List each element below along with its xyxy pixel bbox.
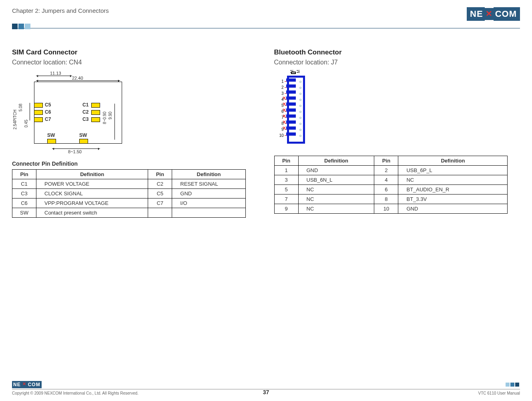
cell: GND bbox=[172, 188, 245, 198]
sim-location: Connector location: CN4 bbox=[12, 59, 258, 66]
footer: NE COM Copyright © 2009 NEXCOM Internati… bbox=[0, 381, 532, 401]
cell: SW bbox=[12, 208, 36, 217]
bt-finger bbox=[286, 84, 296, 88]
table-row: C6 VPP:PROGRAM VOLTAGE C7 I/O bbox=[12, 198, 246, 208]
footer-logo: NE COM bbox=[12, 381, 42, 388]
bt-pin-table: Pin Definition Pin Definition 1 GND 2 US… bbox=[274, 156, 508, 214]
brand-text-left: NE bbox=[12, 381, 22, 388]
cell: BT_3.3V bbox=[398, 194, 508, 204]
cell: USB_6P_L bbox=[398, 165, 508, 175]
bt-title: Bluetooth Connector bbox=[274, 48, 520, 56]
pad-sw-right-label: SW bbox=[79, 132, 87, 138]
cell: C1 bbox=[12, 179, 36, 188]
bt-mark: M bbox=[296, 70, 300, 73]
brand-x-icon bbox=[485, 8, 494, 20]
bt-finger bbox=[286, 108, 296, 112]
pad-c6-label: C6 bbox=[45, 109, 51, 115]
content-columns: SIM Card Connector Connector location: C… bbox=[12, 48, 520, 218]
sim-section: SIM Card Connector Connector location: C… bbox=[12, 48, 258, 218]
table-row: SW Contact present switch bbox=[12, 208, 246, 217]
bt-pin-number: 10 bbox=[278, 133, 285, 138]
cell: C7 bbox=[148, 198, 172, 208]
brand-text-left: NE bbox=[467, 7, 485, 21]
bt-pin-number: 9 bbox=[278, 127, 285, 132]
pad-c2 bbox=[91, 110, 100, 115]
brand-text-right: COM bbox=[494, 7, 520, 21]
bt-finger bbox=[286, 126, 296, 130]
table-row: 9 NC 10 GND bbox=[274, 204, 508, 213]
dim-pitch: 2.54PITCH bbox=[13, 110, 17, 129]
pad-c5-label: C5 bbox=[45, 102, 51, 108]
chapter-title: Chapter 2: Jumpers and Connectors bbox=[12, 7, 109, 14]
page-number: 37 bbox=[263, 389, 269, 395]
table-row: 5 NC 6 BT_AUDIO_EN_R bbox=[274, 184, 508, 194]
cell: POWER VOLTAGE bbox=[36, 179, 148, 188]
bt-location: Connector location: J7 bbox=[274, 59, 520, 66]
cell: Contact present switch bbox=[36, 208, 148, 217]
cell: BT_AUDIO_EN_R bbox=[398, 184, 508, 194]
header-rule-area bbox=[12, 23, 520, 28]
th-def: Definition bbox=[298, 156, 374, 165]
bt-pin-hole-icon bbox=[299, 123, 301, 125]
th-pin: Pin bbox=[374, 156, 398, 165]
cell: NC bbox=[298, 184, 374, 194]
bt-pin-hole-icon bbox=[299, 135, 301, 137]
pad-c6 bbox=[34, 110, 43, 115]
th-def: Definition bbox=[398, 156, 508, 165]
bt-pin-hole-icon bbox=[299, 99, 301, 101]
bt-finger bbox=[286, 114, 296, 118]
pad-c7 bbox=[34, 117, 43, 122]
table-row: 7 NC 8 BT_3.3V bbox=[274, 194, 508, 204]
bt-pin-hole-icon bbox=[299, 111, 301, 113]
cell: C5 bbox=[148, 188, 172, 198]
dim-top-outer: 22.40 bbox=[72, 76, 83, 80]
bt-finger bbox=[286, 96, 296, 100]
cell: GND bbox=[398, 204, 508, 213]
bt-pin-hole-icon bbox=[299, 87, 301, 89]
bt-pin-hole-icon bbox=[299, 117, 301, 119]
bt-pin-hole-icon bbox=[299, 81, 301, 83]
dim-line bbox=[30, 103, 30, 120]
footer-manual: VTC 6110 User Manual bbox=[478, 391, 520, 395]
sim-diagram: 11.13 22.40 2.54PITCH 5.08 0.45 C5 C6 C7… bbox=[12, 72, 136, 156]
bt-finger bbox=[286, 78, 296, 82]
pad-c7-label: C7 bbox=[45, 116, 51, 122]
cell: 8 bbox=[374, 194, 398, 204]
pad-c3-label: C3 bbox=[82, 116, 88, 122]
cell: 1 bbox=[274, 165, 298, 175]
cell: 4 bbox=[374, 175, 398, 184]
pad-c5 bbox=[34, 103, 43, 108]
bt-finger bbox=[286, 120, 296, 124]
cell: RESET SIGNAL bbox=[172, 179, 245, 188]
cell: USB_6N_L bbox=[298, 175, 374, 184]
cell: I/O bbox=[172, 198, 245, 208]
pad-sw-left bbox=[47, 139, 56, 144]
page: Chapter 2: Jumpers and Connectors NE COM… bbox=[0, 0, 532, 401]
table-row: 3 USB_6N_L 4 NC bbox=[274, 175, 508, 184]
bt-pin-hole-icon bbox=[299, 93, 301, 95]
cell: NC bbox=[298, 194, 374, 204]
pad-sw-left-label: SW bbox=[47, 132, 55, 138]
bt-table-body: 1 GND 2 USB_6P_L 3 USB_6N_L 4 NC 5 NC bbox=[274, 165, 508, 213]
dim-top-inner: 11.13 bbox=[50, 71, 61, 76]
table-row: C3 CLOCK SIGNAL C5 GND bbox=[12, 188, 246, 198]
bt-finger bbox=[286, 90, 296, 94]
footer-squares-icon bbox=[506, 381, 520, 388]
pad-c1 bbox=[91, 103, 100, 108]
header-squares-icon bbox=[12, 24, 31, 31]
dim-right-inner: 8~0.90 bbox=[102, 112, 107, 124]
table-row: 1 GND 2 USB_6P_L bbox=[274, 165, 508, 175]
pad-c3 bbox=[91, 117, 100, 122]
brand-x-icon bbox=[22, 381, 27, 388]
cell: 7 bbox=[274, 194, 298, 204]
cell: 3 bbox=[274, 175, 298, 184]
bt-pin-number: 1 bbox=[278, 79, 285, 84]
cell: 2 bbox=[374, 165, 398, 175]
cell: NC bbox=[298, 204, 374, 213]
dim-left-h: 5.08 bbox=[18, 104, 23, 111]
cell: C3 bbox=[12, 188, 36, 198]
bluetooth-section: Bluetooth Connector Connector location: … bbox=[274, 48, 520, 218]
dim-bottom: 8~1.50 bbox=[68, 149, 82, 154]
cell: 5 bbox=[274, 184, 298, 194]
cell: VPP:PROGRAM VOLTAGE bbox=[36, 198, 148, 208]
